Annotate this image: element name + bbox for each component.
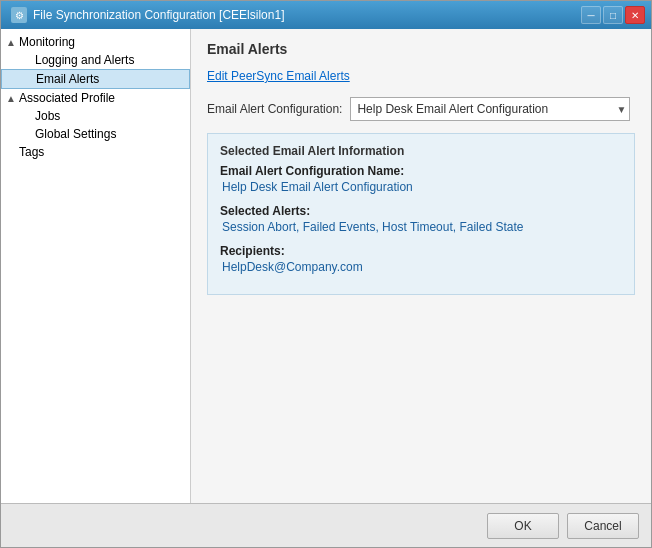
footer: OK Cancel xyxy=(1,503,651,547)
cancel-button[interactable]: Cancel xyxy=(567,513,639,539)
content-title: Email Alerts xyxy=(207,41,635,57)
close-button[interactable]: ✕ xyxy=(625,6,645,24)
ok-button[interactable]: OK xyxy=(487,513,559,539)
window-title: File Synchronization Configuration [CEEl… xyxy=(33,8,284,22)
sidebar-item-logging-and-alerts[interactable]: Logging and Alerts xyxy=(1,51,190,69)
info-field-label-0: Email Alert Configuration Name: xyxy=(220,164,622,178)
content-area: Email Alerts Edit PeerSync Email Alerts … xyxy=(191,29,651,503)
info-section: Selected Email Alert Information Email A… xyxy=(207,133,635,295)
sidebar-item-email-alerts[interactable]: Email Alerts xyxy=(1,69,190,89)
dropdown-wrapper: Help Desk Email Alert Configuration ▼ xyxy=(350,97,630,121)
sidebar-label-global-settings: Global Settings xyxy=(35,127,116,141)
title-bar: ⚙ File Synchronization Configuration [CE… xyxy=(1,1,651,29)
sidebar-label-email-alerts: Email Alerts xyxy=(36,72,99,86)
window-icon: ⚙ xyxy=(11,7,27,23)
info-section-title: Selected Email Alert Information xyxy=(220,144,622,158)
title-bar-controls: ─ □ ✕ xyxy=(581,6,645,24)
tree-expand-monitoring: ▲ xyxy=(5,37,17,48)
sidebar-item-tags[interactable]: Tags xyxy=(1,143,190,161)
sidebar-item-jobs[interactable]: Jobs xyxy=(1,107,190,125)
info-field-0: Email Alert Configuration Name:Help Desk… xyxy=(220,164,622,194)
minimize-button[interactable]: ─ xyxy=(581,6,601,24)
email-alert-config-dropdown[interactable]: Help Desk Email Alert Configuration xyxy=(350,97,630,121)
sidebar-label-logging-and-alerts: Logging and Alerts xyxy=(35,53,134,67)
main-window: ⚙ File Synchronization Configuration [CE… xyxy=(0,0,652,548)
sidebar-label-jobs: Jobs xyxy=(35,109,60,123)
info-field-1: Selected Alerts:Session Abort, Failed Ev… xyxy=(220,204,622,234)
info-field-value-0: Help Desk Email Alert Configuration xyxy=(220,180,622,194)
sidebar-label-tags: Tags xyxy=(19,145,44,159)
sidebar-item-monitoring[interactable]: ▲Monitoring xyxy=(1,33,190,51)
sidebar-item-associated-profile[interactable]: ▲Associated Profile xyxy=(1,89,190,107)
info-field-value-2: HelpDesk@Company.com xyxy=(220,260,622,274)
sidebar: ▲MonitoringLogging and AlertsEmail Alert… xyxy=(1,29,191,503)
maximize-button[interactable]: □ xyxy=(603,6,623,24)
sidebar-label-monitoring: Monitoring xyxy=(19,35,75,49)
email-alert-config-label: Email Alert Configuration: xyxy=(207,102,342,116)
tree-expand-associated-profile: ▲ xyxy=(5,93,17,104)
sidebar-label-associated-profile: Associated Profile xyxy=(19,91,115,105)
title-bar-left: ⚙ File Synchronization Configuration [CE… xyxy=(11,7,284,23)
info-field-label-2: Recipients: xyxy=(220,244,622,258)
info-field-label-1: Selected Alerts: xyxy=(220,204,622,218)
main-content: ▲MonitoringLogging and AlertsEmail Alert… xyxy=(1,29,651,503)
sidebar-item-global-settings[interactable]: Global Settings xyxy=(1,125,190,143)
edit-peersync-link[interactable]: Edit PeerSync Email Alerts xyxy=(207,69,350,83)
email-alert-form-row: Email Alert Configuration: Help Desk Ema… xyxy=(207,97,635,121)
info-field-2: Recipients:HelpDesk@Company.com xyxy=(220,244,622,274)
info-field-value-1: Session Abort, Failed Events, Host Timeo… xyxy=(220,220,622,234)
